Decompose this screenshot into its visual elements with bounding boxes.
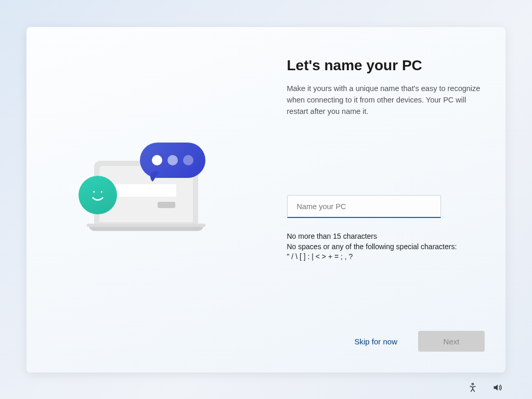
button-row: Skip for now Next xyxy=(348,331,485,352)
page-description: Make it yours with a unique name that's … xyxy=(287,83,485,117)
illustration-panel xyxy=(27,27,266,372)
content-panel: Let's name your PC Make it yours with a … xyxy=(266,27,506,372)
typing-dot xyxy=(183,155,193,165)
page-title: Let's name your PC xyxy=(287,57,485,74)
accessibility-icon[interactable] xyxy=(468,382,478,393)
screen-small-bar xyxy=(158,202,175,208)
hint-chars-list: " / \ [ ] : | < > + = ; , ? xyxy=(287,252,485,262)
pc-name-input[interactable] xyxy=(287,195,441,218)
chat-bubble-icon xyxy=(140,143,205,178)
next-button[interactable]: Next xyxy=(418,331,485,352)
typing-dot xyxy=(152,155,162,165)
hint-no-special: No spaces or any of the following specia… xyxy=(287,242,485,252)
volume-icon[interactable] xyxy=(492,382,503,393)
svg-point-0 xyxy=(93,191,95,192)
svg-point-2 xyxy=(472,383,473,385)
svg-marker-3 xyxy=(494,384,498,391)
laptop-illustration xyxy=(79,143,214,236)
smiley-face-icon xyxy=(79,176,117,214)
skip-button[interactable]: Skip for now xyxy=(348,332,404,351)
input-hints: No more than 15 characters No spaces or … xyxy=(287,231,485,262)
corner-icons xyxy=(468,382,503,393)
input-container xyxy=(287,195,485,218)
svg-point-1 xyxy=(101,191,102,192)
screen-bar xyxy=(109,184,176,197)
hint-max-chars: No more than 15 characters xyxy=(287,231,485,242)
setup-card: Let's name your PC Make it yours with a … xyxy=(27,27,505,372)
typing-dot xyxy=(167,155,178,165)
laptop-base xyxy=(89,226,203,231)
